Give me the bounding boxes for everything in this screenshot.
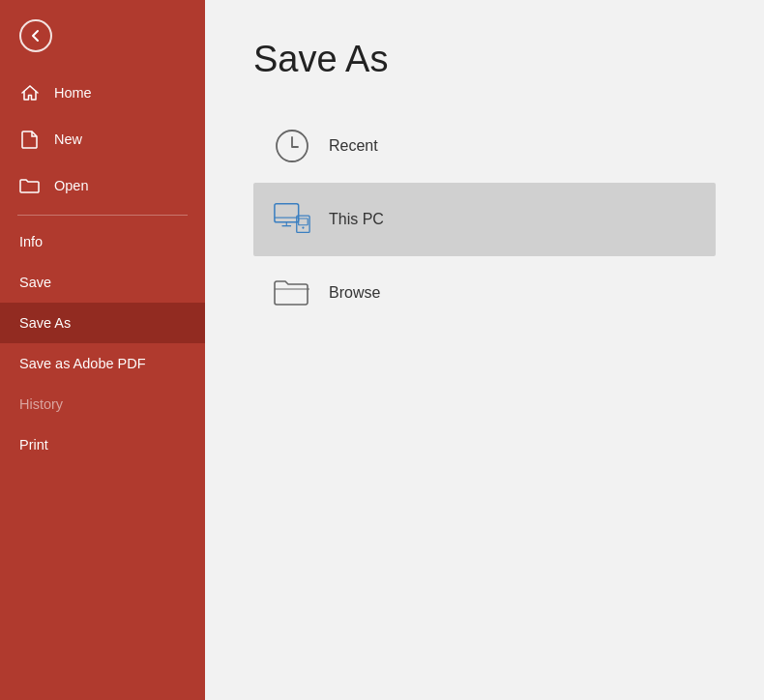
option-browse-label: Browse xyxy=(329,284,380,302)
new-icon xyxy=(19,129,41,150)
sidebar-item-save-label: Save xyxy=(19,275,51,290)
sidebar-item-new-label: New xyxy=(54,131,82,147)
sidebar-item-history-label: History xyxy=(19,396,63,412)
option-this-pc[interactable]: This PC xyxy=(253,183,716,256)
open-icon xyxy=(19,175,41,196)
recent-icon xyxy=(273,127,311,165)
sidebar-item-print-label: Print xyxy=(19,437,48,452)
this-pc-icon xyxy=(273,200,311,239)
save-options-list: Recent This PC xyxy=(253,109,716,330)
sidebar-item-save-as[interactable]: Save As xyxy=(0,303,205,343)
option-this-pc-label: This PC xyxy=(329,211,384,228)
sidebar-item-open[interactable]: Open xyxy=(0,162,205,209)
option-recent[interactable]: Recent xyxy=(253,109,716,183)
svg-rect-6 xyxy=(299,219,309,225)
sidebar-item-save-adobe[interactable]: Save as Adobe PDF xyxy=(0,343,205,384)
option-recent-label: Recent xyxy=(329,137,378,155)
option-browse[interactable]: Browse xyxy=(253,256,716,330)
sidebar-item-open-label: Open xyxy=(54,178,88,193)
page-title: Save As xyxy=(253,39,716,80)
sidebar-item-home-label: Home xyxy=(54,85,92,101)
back-icon xyxy=(19,19,52,52)
sidebar-item-save-as-label: Save As xyxy=(19,315,71,331)
sidebar-item-save-adobe-label: Save as Adobe PDF xyxy=(19,356,146,371)
sidebar-item-history[interactable]: History xyxy=(0,384,205,424)
sidebar-item-info[interactable]: Info xyxy=(0,221,205,262)
sidebar-item-new[interactable]: New xyxy=(0,116,205,162)
sidebar-item-info-label: Info xyxy=(19,234,43,249)
svg-point-7 xyxy=(302,226,304,228)
sidebar-divider xyxy=(17,215,188,216)
back-button[interactable] xyxy=(0,0,205,70)
main-content: Save As Recent xyxy=(205,0,764,700)
home-icon xyxy=(19,82,41,103)
svg-rect-1 xyxy=(275,204,299,222)
sidebar: Home New Open Info Save Save As Save xyxy=(0,0,205,700)
sidebar-item-save[interactable]: Save xyxy=(0,262,205,303)
sidebar-item-home[interactable]: Home xyxy=(0,70,205,116)
sidebar-item-print[interactable]: Print xyxy=(0,424,205,465)
browse-icon xyxy=(273,274,311,312)
